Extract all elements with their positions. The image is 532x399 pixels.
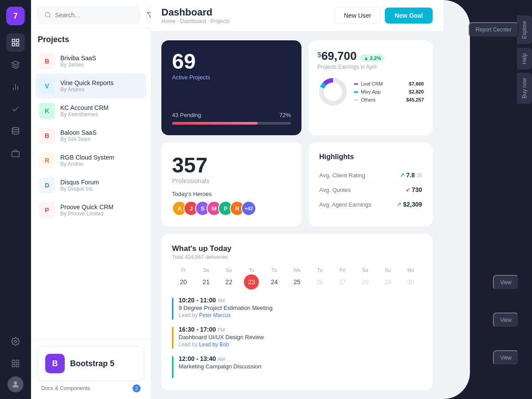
event-bar [172, 356, 173, 378]
calendar-day[interactable]: Sa 28 [354, 267, 376, 289]
svg-point-10 [15, 340, 17, 343]
project-info: Proove Quick CRM By Proove Limited [60, 203, 113, 217]
calendar-day[interactable]: Mo 30 [399, 267, 422, 289]
day-number: 21 [199, 274, 214, 289]
legend-others: Others [354, 97, 376, 102]
donut-chart [317, 76, 348, 107]
bottom-user-avatar[interactable] [8, 376, 23, 392]
search-bar [38, 7, 139, 23]
project-logo: R [39, 153, 55, 168]
view-button-2[interactable]: View [493, 313, 519, 328]
highlights-card: Highlights Avg. Client Rating ↗ 7.8 10 A… [309, 142, 433, 227]
svg-marker-4 [12, 61, 20, 65]
event-title: 9 Degree Project Estimation Meeting [179, 305, 273, 311]
panel-content: ExploreHelpBuy now [443, 0, 532, 110]
highlight-row: Avg. Quotes ↙ 730 [319, 183, 422, 197]
nav-icon-settings[interactable] [6, 332, 25, 351]
middle-row: 357 Professionals Today's Heroes AJSMPR+… [161, 142, 433, 227]
calendar-day[interactable]: Su 29 [376, 267, 399, 289]
calendar-day[interactable]: Tu 23 [240, 267, 263, 289]
trend-down-icon: ↙ [406, 187, 410, 193]
heroes-section: Today's Heroes AJSMPR+42 [172, 191, 291, 216]
day-number: 23 [244, 274, 259, 289]
svg-rect-13 [12, 364, 15, 367]
nav-icon-chart[interactable] [6, 78, 25, 96]
svg-rect-3 [16, 43, 19, 46]
project-by: By Disqus Inc. [60, 186, 99, 192]
project-item[interactable]: V Vine Quick Reports By Andres [35, 74, 146, 98]
calendar-day[interactable]: Tu 24 [263, 267, 286, 289]
calendar-day[interactable]: Fr 20 [172, 267, 195, 289]
nav-icon-grid2[interactable] [6, 354, 25, 373]
active-projects-count: 69 [172, 51, 291, 72]
heroes-label: Today's Heroes [172, 191, 291, 197]
main-area: Dashboard Home · Dashboard · Projects Ne… [151, 0, 443, 399]
view-button-3[interactable]: View [493, 350, 519, 365]
view-button-1[interactable]: View [493, 275, 519, 290]
event-person-link[interactable]: Peter Marcus [199, 312, 231, 318]
svg-rect-11 [12, 360, 15, 363]
event-ampm: AM [218, 298, 225, 303]
svg-line-17 [49, 16, 51, 18]
professionals-label: Professionals [172, 177, 291, 184]
earnings-dollar: $ [317, 51, 321, 59]
calendar-days: Fr 20 Sa 21 Su 22 Tu 23 Tu 24 We 25 Tu 2… [172, 267, 422, 289]
event-person-link[interactable]: Lead by Bob [199, 341, 229, 348]
calendar-day[interactable]: Su 22 [218, 267, 240, 289]
page-title: Dashboard [161, 7, 230, 18]
project-info: Disqus Forum By Disqus Inc. [60, 179, 99, 192]
project-info: Baloon SaaS By SIA Team [60, 129, 97, 142]
event-title: Dashboard UI/UX Design Review [179, 334, 264, 340]
filter-button[interactable] [146, 7, 151, 23]
earnings-card: $69,700 ▲ 2.2% Projects Earnings in Apri… [309, 40, 433, 135]
project-item[interactable]: R RGB Cloud System By Andrei [35, 148, 146, 173]
nav-icon-briefcase[interactable] [6, 144, 25, 163]
calendar-day[interactable]: Fri 27 [331, 267, 354, 289]
highlight-row: Avg. Agent Earnings ↗ $2,309 [319, 197, 422, 211]
nav-icon-dashboard[interactable] [6, 33, 25, 52]
calendar-day[interactable]: Tu 26 [309, 267, 331, 289]
side-tab[interactable]: Help [517, 48, 532, 70]
project-list: B Briviba SaaS By James V Vine Quick Rep… [31, 49, 151, 339]
project-item[interactable]: B Briviba SaaS By James [35, 49, 146, 74]
pending-text: 43 Pending [172, 112, 201, 118]
whats-up-title: What's up Today [172, 244, 422, 253]
header: Dashboard Home · Dashboard · Projects Ne… [151, 0, 443, 31]
docs-link[interactable]: Docs & Components 2 [38, 381, 144, 392]
nav-icon-check[interactable] [6, 100, 25, 118]
breadcrumb: Home · Dashboard · Projects [161, 18, 230, 24]
calendar-day[interactable]: Sa 21 [195, 267, 217, 289]
project-item[interactable]: K KC Account CRM By Keenthemes [35, 98, 146, 123]
active-projects-card: 69 Active Projects 43 Pending 72% [161, 40, 301, 135]
right-panel: ExploreHelpBuy now Report Cecnter View V… [443, 0, 532, 399]
nav-icon-layers[interactable] [6, 55, 25, 74]
svg-rect-12 [16, 360, 19, 363]
new-user-button[interactable]: New User [335, 7, 380, 24]
side-tab[interactable]: Buy now [517, 73, 532, 104]
day-name: Su [385, 267, 391, 273]
report-center-button[interactable]: Report Cecnter [469, 22, 519, 37]
calendar-day[interactable]: We 25 [286, 267, 308, 289]
highlight-label: Avg. Quotes [319, 187, 351, 193]
project-item[interactable]: B Baloon SaaS By SIA Team [35, 123, 146, 148]
highlight-value: ↙ 730 [406, 186, 422, 193]
user-avatar-number[interactable]: 7 [6, 7, 25, 25]
search-icon [44, 12, 51, 19]
project-item[interactable]: D Disqus Forum By Disqus Inc. [35, 173, 146, 198]
nav-icon-stack[interactable] [6, 122, 25, 141]
project-logo: P [39, 202, 55, 218]
highlight-label: Avg. Agent Earnings [319, 201, 372, 208]
earnings-amount: $69,700 [317, 49, 356, 63]
sidebar-search-area [31, 0, 151, 28]
event-ampm: PM [218, 327, 225, 332]
event-lead: Lead by Lead by Bob [179, 341, 264, 348]
sidebar-bottom: B Bootstrap 5 Docs & Components 2 [31, 339, 151, 399]
event-content: 12:00 - 13:40 AM Marketing Campaign Disc… [179, 355, 261, 370]
project-item[interactable]: P Proove Quick CRM By Proove Limited [35, 198, 146, 223]
day-number: 25 [289, 274, 305, 289]
day-name: Su [226, 267, 231, 273]
search-input[interactable] [55, 12, 133, 19]
new-goal-button[interactable]: New Goal [385, 8, 433, 23]
docs-link-text: Docs & Components [41, 385, 90, 391]
svg-rect-0 [12, 39, 15, 42]
